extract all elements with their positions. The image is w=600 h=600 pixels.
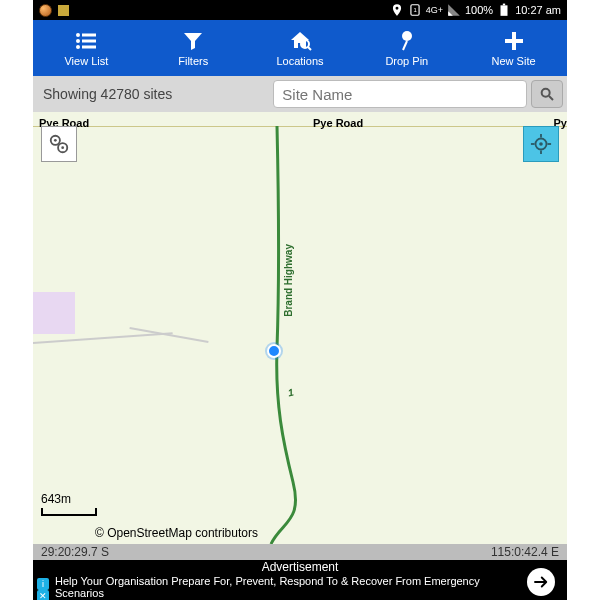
pin-icon <box>395 29 419 53</box>
svg-rect-15 <box>505 39 523 43</box>
svg-text:1: 1 <box>413 7 416 13</box>
toolbar: View List Filters Locations Drop Pin New… <box>33 20 567 76</box>
ad-close-icon[interactable]: ✕ <box>37 590 49 600</box>
new-site-button[interactable]: New Site <box>460 20 567 76</box>
svg-rect-5 <box>82 34 96 37</box>
svg-line-17 <box>549 96 553 100</box>
status-bar: 1 4G+ 100% 10:27 am <box>33 0 567 20</box>
sim-icon: 1 <box>408 3 422 17</box>
svg-point-12 <box>402 31 412 41</box>
drop-pin-button[interactable]: Drop Pin <box>353 20 460 76</box>
svg-point-4 <box>76 33 80 37</box>
battery-icon <box>497 3 511 17</box>
filter-row: Showing 42780 sites <box>33 76 567 112</box>
svg-line-13 <box>403 41 407 50</box>
svg-rect-2 <box>501 5 508 16</box>
clock: 10:27 am <box>515 4 561 16</box>
list-icon <box>74 29 98 53</box>
ad-arrow-button[interactable] <box>527 568 555 596</box>
recenter-button[interactable] <box>523 126 559 162</box>
highway-line <box>33 112 567 544</box>
view-list-label: View List <box>64 55 108 67</box>
scale-line <box>41 508 97 516</box>
svg-line-11 <box>308 47 311 50</box>
location-icon <box>390 3 404 17</box>
map-canvas[interactable]: Pye Road Pye Road Py Brand Highway 1 <box>33 112 567 544</box>
signal-icon <box>447 3 461 17</box>
home-search-icon <box>288 29 312 53</box>
battery-percent: 100% <box>465 4 493 16</box>
search-icon <box>539 86 555 102</box>
funnel-icon <box>181 29 205 53</box>
coordinates-bar: 29:20:29.7 S 115:0:42.4 E <box>33 544 567 560</box>
network-type: 4G+ <box>426 5 443 15</box>
filters-label: Filters <box>178 55 208 67</box>
svg-point-16 <box>542 89 550 97</box>
svg-rect-3 <box>503 4 505 6</box>
map-attribution: © OpenStreetMap contributors <box>95 526 258 540</box>
crosshair-icon <box>530 133 552 155</box>
arrow-right-icon <box>532 573 550 591</box>
site-count-label: Showing 42780 sites <box>33 86 273 102</box>
ad-header: Advertisement <box>33 560 567 573</box>
svg-rect-9 <box>82 46 96 49</box>
search-button[interactable] <box>531 80 563 108</box>
notification-icon <box>58 5 69 16</box>
new-site-label: New Site <box>492 55 536 67</box>
drop-pin-label: Drop Pin <box>385 55 428 67</box>
scale-bar: 643m <box>41 492 97 516</box>
current-location-marker <box>267 344 281 358</box>
map-settings-button[interactable] <box>41 126 77 162</box>
locations-button[interactable]: Locations <box>247 20 354 76</box>
ad-banner[interactable]: Advertisement i ✕ Help Your Organisation… <box>33 560 567 600</box>
svg-point-19 <box>54 139 57 142</box>
plus-icon <box>502 29 526 53</box>
scale-label: 643m <box>41 492 71 506</box>
svg-point-21 <box>61 146 64 149</box>
longitude-value: 115:0:42.4 E <box>491 545 559 559</box>
latitude-value: 29:20:29.7 S <box>41 545 109 559</box>
filters-button[interactable]: Filters <box>140 20 247 76</box>
app-indicator-icon <box>39 4 52 17</box>
svg-point-23 <box>539 142 543 146</box>
highway-label: Brand Highway <box>283 244 294 317</box>
svg-point-8 <box>76 45 80 49</box>
search-input[interactable] <box>273 80 527 108</box>
ad-info-icon[interactable]: i <box>37 578 49 590</box>
svg-rect-7 <box>82 40 96 43</box>
view-list-button[interactable]: View List <box>33 20 140 76</box>
locations-label: Locations <box>276 55 323 67</box>
ad-text: Help Your Organisation Prepare For, Prev… <box>33 573 567 599</box>
gears-icon <box>48 133 70 155</box>
svg-point-6 <box>76 39 80 43</box>
